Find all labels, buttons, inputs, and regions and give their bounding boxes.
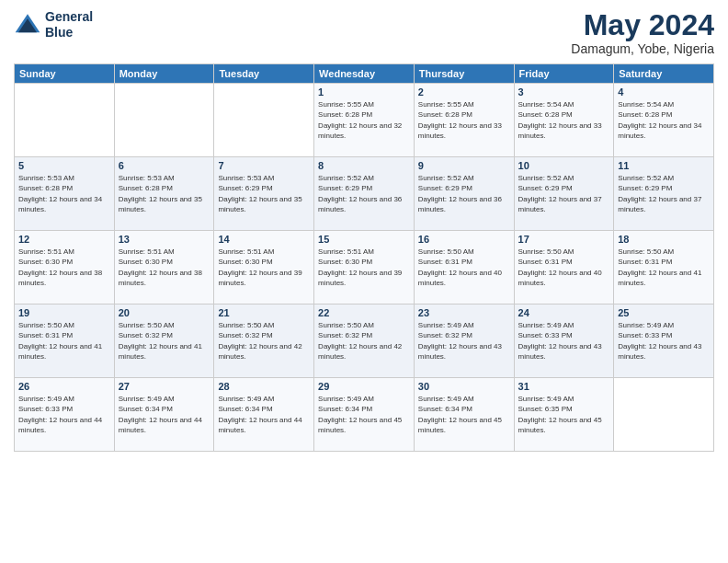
cell-info: Sunrise: 5:49 AMSunset: 6:34 PMDaylight:… — [318, 394, 410, 435]
day-number: 5 — [18, 160, 110, 171]
week-row-3: 12Sunrise: 5:51 AMSunset: 6:30 PMDayligh… — [15, 231, 714, 304]
cell-info: Sunrise: 5:52 AMSunset: 6:29 PMDaylight:… — [418, 173, 510, 214]
day-cell: 11Sunrise: 5:52 AMSunset: 6:29 PMDayligh… — [614, 157, 714, 231]
cell-info: Sunrise: 5:50 AMSunset: 6:32 PMDaylight:… — [119, 320, 210, 362]
day-cell: 17Sunrise: 5:50 AMSunset: 6:31 PMDayligh… — [514, 231, 614, 304]
day-number: 15 — [318, 234, 410, 245]
day-number: 6 — [119, 160, 210, 171]
col-header-sunday: Sunday — [15, 64, 115, 84]
week-row-2: 5Sunrise: 5:53 AMSunset: 6:28 PMDaylight… — [15, 157, 714, 231]
logo-line2: Blue — [45, 25, 93, 40]
col-header-tuesday: Tuesday — [214, 64, 314, 84]
day-cell: 4Sunrise: 5:54 AMSunset: 6:28 PMDaylight… — [614, 84, 714, 157]
cell-info: Sunrise: 5:50 AMSunset: 6:31 PMDaylight:… — [518, 247, 610, 288]
header: General Blue May 2024 Damagum, Yobe, Nig… — [14, 9, 714, 56]
logo: General Blue — [14, 9, 93, 40]
cell-info: Sunrise: 5:49 AMSunset: 6:34 PMDaylight:… — [218, 394, 310, 435]
cell-info: Sunrise: 5:51 AMSunset: 6:30 PMDaylight:… — [318, 247, 410, 288]
cell-info: Sunrise: 5:52 AMSunset: 6:29 PMDaylight:… — [318, 173, 410, 214]
cell-info: Sunrise: 5:49 AMSunset: 6:33 PMDaylight:… — [18, 394, 110, 435]
title-block: May 2024 Damagum, Yobe, Nigeria — [571, 9, 714, 56]
cell-info: Sunrise: 5:54 AMSunset: 6:28 PMDaylight:… — [518, 99, 610, 141]
day-number: 24 — [518, 307, 610, 318]
day-cell: 28Sunrise: 5:49 AMSunset: 6:34 PMDayligh… — [214, 378, 314, 452]
day-cell — [614, 378, 714, 452]
day-number: 27 — [119, 381, 210, 392]
day-number: 4 — [618, 86, 710, 98]
day-cell — [214, 84, 314, 157]
day-number: 30 — [418, 381, 510, 392]
day-cell: 7Sunrise: 5:53 AMSunset: 6:29 PMDaylight… — [214, 157, 314, 231]
cell-info: Sunrise: 5:50 AMSunset: 6:31 PMDaylight:… — [18, 320, 110, 362]
day-number: 29 — [318, 381, 410, 392]
cell-info: Sunrise: 5:49 AMSunset: 6:32 PMDaylight:… — [418, 320, 510, 362]
day-cell: 18Sunrise: 5:50 AMSunset: 6:31 PMDayligh… — [614, 231, 714, 304]
day-number: 20 — [119, 307, 210, 318]
cell-info: Sunrise: 5:50 AMSunset: 6:32 PMDaylight:… — [218, 320, 310, 362]
day-cell: 1Sunrise: 5:55 AMSunset: 6:28 PMDaylight… — [314, 84, 415, 157]
cell-info: Sunrise: 5:49 AMSunset: 6:33 PMDaylight:… — [518, 320, 610, 362]
day-cell: 10Sunrise: 5:52 AMSunset: 6:29 PMDayligh… — [514, 157, 614, 231]
cell-info: Sunrise: 5:50 AMSunset: 6:31 PMDaylight:… — [418, 247, 510, 288]
day-cell: 21Sunrise: 5:50 AMSunset: 6:32 PMDayligh… — [214, 304, 314, 378]
col-header-saturday: Saturday — [614, 64, 714, 84]
day-cell: 12Sunrise: 5:51 AMSunset: 6:30 PMDayligh… — [15, 231, 115, 304]
day-number: 2 — [418, 86, 510, 98]
page: General Blue May 2024 Damagum, Yobe, Nig… — [0, 0, 728, 563]
day-cell: 13Sunrise: 5:51 AMSunset: 6:30 PMDayligh… — [114, 231, 214, 304]
day-cell: 9Sunrise: 5:52 AMSunset: 6:29 PMDaylight… — [414, 157, 514, 231]
day-number: 22 — [318, 307, 410, 318]
col-header-monday: Monday — [114, 64, 214, 84]
day-number: 28 — [218, 381, 310, 392]
col-header-thursday: Thursday — [414, 64, 514, 84]
day-cell — [114, 84, 214, 157]
cell-info: Sunrise: 5:52 AMSunset: 6:29 PMDaylight:… — [518, 173, 610, 214]
col-header-wednesday: Wednesday — [314, 64, 415, 84]
day-cell: 30Sunrise: 5:49 AMSunset: 6:34 PMDayligh… — [414, 378, 514, 452]
day-cell: 5Sunrise: 5:53 AMSunset: 6:28 PMDaylight… — [15, 157, 115, 231]
day-number: 14 — [218, 234, 310, 245]
day-number: 16 — [418, 234, 510, 245]
week-row-4: 19Sunrise: 5:50 AMSunset: 6:31 PMDayligh… — [15, 304, 714, 378]
cell-info: Sunrise: 5:53 AMSunset: 6:28 PMDaylight:… — [18, 173, 110, 214]
day-cell: 27Sunrise: 5:49 AMSunset: 6:34 PMDayligh… — [114, 378, 214, 452]
cell-info: Sunrise: 5:54 AMSunset: 6:28 PMDaylight:… — [618, 99, 710, 141]
day-number: 23 — [418, 307, 510, 318]
day-number: 31 — [518, 381, 610, 392]
month-year: May 2024 — [571, 9, 714, 41]
day-number: 18 — [618, 234, 710, 245]
logo-line1: General — [45, 9, 93, 25]
day-cell: 15Sunrise: 5:51 AMSunset: 6:30 PMDayligh… — [314, 231, 415, 304]
day-number: 3 — [518, 86, 610, 98]
calendar: SundayMondayTuesdayWednesdayThursdayFrid… — [14, 63, 714, 452]
cell-info: Sunrise: 5:55 AMSunset: 6:28 PMDaylight:… — [318, 99, 410, 141]
day-cell: 29Sunrise: 5:49 AMSunset: 6:34 PMDayligh… — [314, 378, 415, 452]
day-cell: 20Sunrise: 5:50 AMSunset: 6:32 PMDayligh… — [114, 304, 214, 378]
day-cell: 31Sunrise: 5:49 AMSunset: 6:35 PMDayligh… — [514, 378, 614, 452]
logo-icon — [14, 11, 41, 39]
cell-info: Sunrise: 5:53 AMSunset: 6:29 PMDaylight:… — [218, 173, 310, 214]
day-cell: 3Sunrise: 5:54 AMSunset: 6:28 PMDaylight… — [514, 84, 614, 157]
day-cell: 26Sunrise: 5:49 AMSunset: 6:33 PMDayligh… — [15, 378, 115, 452]
day-number: 8 — [318, 160, 410, 171]
cell-info: Sunrise: 5:51 AMSunset: 6:30 PMDaylight:… — [18, 247, 110, 288]
day-cell: 6Sunrise: 5:53 AMSunset: 6:28 PMDaylight… — [114, 157, 214, 231]
logo-text: General Blue — [45, 9, 93, 40]
cell-info: Sunrise: 5:50 AMSunset: 6:32 PMDaylight:… — [318, 320, 410, 362]
cell-info: Sunrise: 5:52 AMSunset: 6:29 PMDaylight:… — [618, 173, 710, 214]
day-number: 21 — [218, 307, 310, 318]
day-number: 19 — [18, 307, 110, 318]
cell-info: Sunrise: 5:49 AMSunset: 6:34 PMDaylight:… — [119, 394, 210, 435]
cell-info: Sunrise: 5:51 AMSunset: 6:30 PMDaylight:… — [218, 247, 310, 288]
day-cell: 25Sunrise: 5:49 AMSunset: 6:33 PMDayligh… — [614, 304, 714, 378]
day-cell — [15, 84, 115, 157]
week-row-1: 1Sunrise: 5:55 AMSunset: 6:28 PMDaylight… — [15, 84, 714, 157]
day-number: 7 — [218, 160, 310, 171]
day-cell: 23Sunrise: 5:49 AMSunset: 6:32 PMDayligh… — [414, 304, 514, 378]
cell-info: Sunrise: 5:50 AMSunset: 6:31 PMDaylight:… — [618, 247, 710, 288]
day-cell: 24Sunrise: 5:49 AMSunset: 6:33 PMDayligh… — [514, 304, 614, 378]
day-number: 12 — [18, 234, 110, 245]
day-number: 1 — [318, 86, 410, 98]
day-number: 9 — [418, 160, 510, 171]
day-number: 26 — [18, 381, 110, 392]
